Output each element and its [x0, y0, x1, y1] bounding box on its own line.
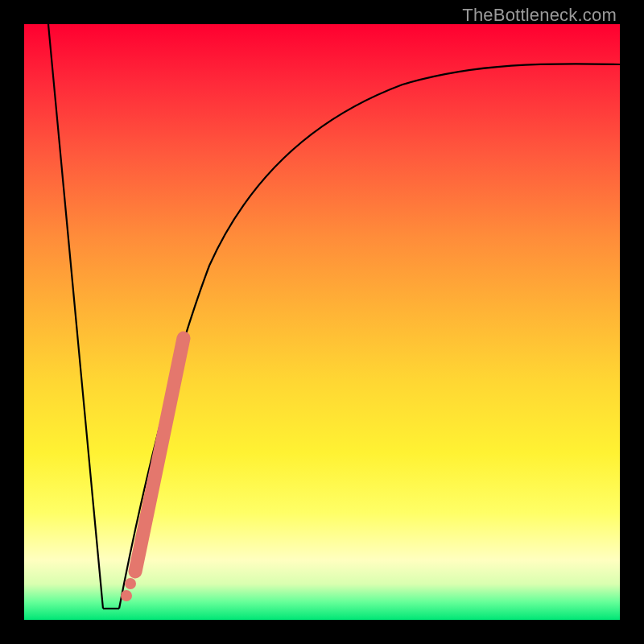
watermark-text: TheBottleneck.com — [462, 5, 617, 26]
highlight-dot-1 — [121, 590, 132, 601]
plot-area — [24, 24, 620, 620]
highlight-dot-2 — [125, 578, 136, 589]
left-descent-line — [48, 24, 103, 609]
highlight-band — [135, 338, 184, 572]
curve-layer — [24, 24, 620, 620]
recovery-curve-line — [119, 64, 620, 609]
chart-frame: TheBottleneck.com — [0, 0, 644, 644]
